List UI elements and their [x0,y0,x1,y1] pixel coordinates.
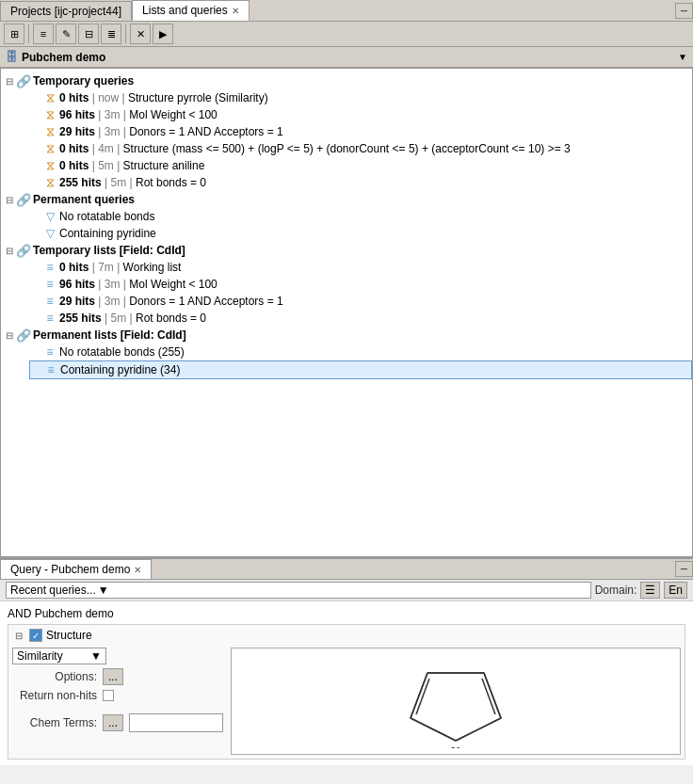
panel-dropdown-arrow[interactable]: ▼ [678,52,687,62]
tl2-sep: | [95,295,105,308]
tl1-desc: Mol Weight < 100 [129,278,218,291]
query-title: AND Pubchem demo [8,607,685,620]
similarity-select[interactable]: Similarity ▼ [12,648,106,664]
tl1-time: 3m [105,278,121,291]
tl1-hits: 96 hits [59,278,95,291]
tq4-sep2: | [114,159,123,172]
toolbar-list-btn[interactable]: ≡ [33,24,54,44]
panel-title: Pubchem demo [22,51,105,64]
toolbar-edit-btn[interactable]: ✎ [56,24,76,44]
panel-header-title: 🗄 Pubchem demo [6,50,105,64]
perm-query-no-rotate[interactable]: ▽ No rotatable bonds [29,208,692,225]
tq2-time: 3m [105,125,121,138]
tq5-sep2: | [126,176,136,189]
tq3-hits: 0 hits [59,142,89,155]
tq3-time: 4m [98,142,114,155]
tl1-sep2: | [120,278,129,291]
perm-lists-header[interactable]: ⊟ 🔗 Permanent lists [Field: CdId] [3,327,692,344]
perm-queries-expand[interactable]: ⊟ [3,195,16,205]
perm-lists-section: ⊟ 🔗 Permanent lists [Field: CdId] ≡ No r… [3,327,692,379]
similarity-dropdown-icon: ▼ [90,649,102,663]
perm-list-no-rotate[interactable]: ≡ No rotatable bonds (255) [29,344,692,360]
domain-menu-btn[interactable]: ☰ [640,582,660,599]
structure-header: ⊟ ✓ Structure [12,629,681,642]
molecule-display: N N [231,648,681,755]
perm-lists-label: Permanent lists [Field: CdId] [33,328,186,342]
tab-projects[interactable]: Projects [ijc-project44] [0,1,132,21]
toolbar-grid-btn[interactable]: ⊞ [4,24,24,44]
return-nonhits-checkbox[interactable] [103,690,114,701]
toolbar-play-btn[interactable]: ▶ [153,24,173,44]
temp-list-item-0[interactable]: ≡ 0 hits | 7m | Working list [29,259,692,276]
tq5-desc: Rot bonds = 0 [136,176,206,189]
structure-section: ⊟ ✓ Structure Similarity ▼ [8,624,685,760]
toolbar-menu-btn[interactable]: ≣ [101,24,121,44]
top-panel: Projects [ijc-project44] Lists and queri… [0,0,693,557]
tl3-hits: 255 hits [59,312,102,325]
tl2-time: 3m [105,295,121,308]
chem-terms-label: Chem Terms: [12,716,97,729]
tq2-sep: | [95,125,105,138]
tl0-hits: 0 hits [59,261,89,274]
perm-list-pyridine[interactable]: ≡ Containing pyridine (34) [29,360,692,379]
temp-lists-header[interactable]: ⊟ 🔗 Temporary lists [Field: CdId] [3,242,692,259]
structure-expand-icon[interactable]: ⊟ [12,631,25,641]
bottom-tab-query[interactable]: Query - Pubchem demo ✕ [0,559,152,579]
temp-query-item-4[interactable]: ⧖ 0 hits | 5m | Structure aniline [29,157,692,174]
tq0-desc: Structure pyrrole (Similarity) [128,91,268,104]
structure-body: Similarity ▼ Options: ... Return non-hit… [12,648,681,755]
tab-lists-queries[interactable]: Lists and queries ✕ [132,0,250,21]
recent-queries-dropdown[interactable]: Recent queries... ▼ [6,582,591,599]
temp-query-item-0[interactable]: ⧖ 0 hits | now | Structure pyrrole (Simi… [29,89,692,106]
temp-list-item-3[interactable]: ≡ 255 hits | 5m | Rot bonds = 0 [29,310,692,327]
pl0-label: No rotatable bonds (255) [59,345,185,359]
temp-lists-section: ⊟ 🔗 Temporary lists [Field: CdId] ≡ 0 hi… [3,242,692,327]
perm-queries-icon: 🔗 [16,192,31,207]
toolbar-close-btn[interactable]: ✕ [130,24,151,44]
tq1-sep2: | [120,108,129,121]
tl0-sep: | [89,261,98,274]
tab-lists-close-icon[interactable]: ✕ [232,6,239,16]
temp-lists-label: Temporary lists [Field: CdId] [33,244,185,257]
temp-query-item-1[interactable]: ⧖ 96 hits | 3m | Mol Weight < 100 [29,106,692,123]
temp-query-item-3[interactable]: ⧖ 0 hits | 4m | Structure (mass <= 500) … [29,140,692,157]
chem-terms-input[interactable] [129,713,223,732]
pq0-label: No rotatable bonds [59,210,154,223]
temp-list-item-2[interactable]: ≡ 29 hits | 3m | Donors = 1 AND Acceptor… [29,293,692,310]
tl0-time: 7m [98,261,114,274]
tq3-desc: Structure (mass <= 500) + (logP <= 5) + … [123,142,571,155]
bottom-tab-close-icon[interactable]: ✕ [134,565,141,575]
temp-list-item-1[interactable]: ≡ 96 hits | 3m | Mol Weight < 100 [29,276,692,293]
perm-lists-expand[interactable]: ⊟ [3,330,16,341]
tq3-sep2: | [114,142,123,155]
tq4-sep: | [89,159,98,172]
pq1-funnel-icon: ▽ [42,226,57,241]
tq4-desc: Structure aniline [123,159,205,172]
options-ellipsis-button[interactable]: ... [103,668,123,685]
toolbar-sep1 [28,24,29,43]
tq3-icon: ⧖ [42,141,57,156]
chem-terms-ellipsis-button[interactable]: ... [103,714,123,731]
bottom-tab-minimize-button[interactable]: ─ [675,561,693,577]
temp-queries-expand[interactable]: ⊟ [3,76,16,87]
domain-value-btn[interactable]: En [664,582,687,599]
pl1-label: Containing pyridine (34) [60,363,180,376]
temp-query-item-2[interactable]: ⧖ 29 hits | 3m | Donors = 1 AND Acceptor… [29,123,692,140]
tl1-icon: ≡ [42,277,57,292]
tab-minimize-button[interactable]: ─ [675,3,693,19]
return-nonhits-label: Return non-hits [12,689,97,702]
temp-query-item-5[interactable]: ⧖ 255 hits | 5m | Rot bonds = 0 [29,174,692,191]
bottom-tab-bar: Query - Pubchem demo ✕ ─ [0,559,693,580]
structure-checkbox[interactable]: ✓ [29,629,42,642]
tab-bar: Projects [ijc-project44] Lists and queri… [0,0,693,22]
perm-query-pyridine[interactable]: ▽ Containing pyridine [29,225,692,242]
tq1-time: 3m [105,108,121,121]
tq0-sep: | [89,91,98,104]
structure-controls: Similarity ▼ Options: ... Return non-hit… [12,648,223,755]
similarity-row: Similarity ▼ [12,648,223,664]
temp-queries-header[interactable]: ⊟ 🔗 Temporary queries [3,72,692,89]
toolbar-remove-btn[interactable]: ⊟ [78,24,99,44]
perm-queries-header[interactable]: ⊟ 🔗 Permanent queries [3,191,692,208]
recent-dropdown-arrow-icon: ▼ [98,584,109,597]
temp-lists-expand[interactable]: ⊟ [3,246,16,256]
